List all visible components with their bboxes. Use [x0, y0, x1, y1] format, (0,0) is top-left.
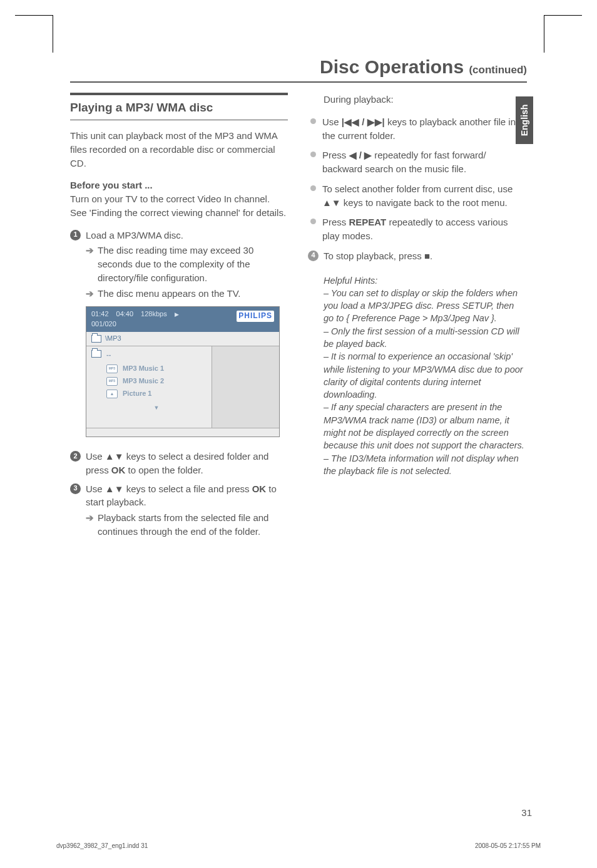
- step-badge-4: 4: [308, 251, 319, 261]
- step-badge-2: 2: [70, 451, 81, 462]
- footer-filename: dvp3962_3982_37_eng1.indd 31: [56, 842, 148, 849]
- step-1: 1 Load a MP3/WMA disc. ➔The disc reading…: [70, 229, 288, 301]
- arrow-icon: ➔: [86, 511, 94, 525]
- step1-result-b: The disc menu appears on the TV.: [98, 287, 240, 301]
- language-tab: English: [516, 96, 533, 144]
- placeholder-row: --: [106, 350, 207, 360]
- list-item: MP3MP3 Music 1: [106, 363, 207, 375]
- mp3-file-icon: MP3: [106, 377, 118, 386]
- crop-mark: [544, 15, 582, 16]
- left-right-keys-icon: ◀ / ▶: [349, 150, 372, 160]
- shot-kbps: 128kbps: [141, 309, 167, 319]
- mp3-file-icon: MP3: [106, 364, 118, 373]
- shot-path: \MP3: [105, 334, 121, 344]
- shot-footer-bar: [86, 428, 279, 437]
- brand-logo: PHILIPS: [237, 311, 274, 321]
- right-column: During playback: Use |◀◀ / ▶▶| keys to p…: [308, 93, 526, 544]
- bullet-item: Press REPEAT repeatedly to access variou…: [308, 215, 526, 243]
- shot-time2: 04:40: [116, 309, 134, 319]
- hints-title: Helpful Hints:: [324, 274, 526, 287]
- section-title: Playing a MP3/ WMA disc: [70, 97, 288, 118]
- step1-result-a: The disc reading time may exceed 30 seco…: [98, 244, 288, 284]
- page-number: 31: [521, 807, 532, 818]
- bullet-icon: [310, 219, 316, 224]
- helpful-hints: Helpful Hints: – You can set to display …: [308, 274, 526, 478]
- hint-4: – If any special characters are present …: [324, 401, 526, 452]
- hint-5: – The ID3/Meta information will not disp…: [324, 452, 526, 478]
- folder-icon: [91, 350, 101, 358]
- step-4: 4 To stop playback, press ■.: [308, 249, 526, 263]
- before-block: Before you start ... Turn on your TV to …: [70, 178, 288, 219]
- list-item: MP3MP3 Music 2: [106, 375, 207, 388]
- file-list: -- MP3MP3 Music 1 MP3MP3 Music 2 Picture…: [86, 346, 212, 428]
- arrow-icon: ➔: [86, 244, 94, 257]
- bullet-icon: [310, 152, 316, 157]
- tv-screenshot: 01:42 04:40 128kbps ▶ 001/020 PHILIPS \M…: [86, 306, 280, 437]
- page-title: Disc Operations (continued): [70, 56, 527, 83]
- crop-mark: [544, 15, 544, 53]
- hint-3: – It is normal to experience an occasion…: [324, 350, 526, 401]
- step-badge-3: 3: [70, 483, 81, 494]
- before-label: Before you start ...: [70, 180, 153, 190]
- chevron-down-icon: ▼: [106, 404, 207, 412]
- preview-pane: [212, 346, 279, 428]
- bullet-item: To select another folder from current di…: [308, 182, 526, 210]
- step-2: 2 Use ▲▼ keys to select a desired folder…: [70, 450, 288, 477]
- step-3: 3 Use ▲▼ keys to select a file and press…: [70, 482, 288, 539]
- crop-mark: [53, 15, 53, 53]
- footer-timestamp: 2008-05-05 2:17:55 PM: [475, 842, 541, 849]
- shot-header: 01:42 04:40 128kbps ▶ 001/020 PHILIPS: [86, 307, 279, 332]
- crop-mark: [15, 15, 53, 16]
- intro-text: This unit can playback most of the MP3 a…: [70, 129, 288, 170]
- play-icon: ▶: [175, 311, 179, 319]
- hint-1: – You can set to display or skip the fol…: [324, 287, 526, 325]
- prev-next-keys-icon: |◀◀ / ▶▶|: [342, 116, 385, 127]
- step1-text: Load a MP3/WMA disc.: [86, 230, 183, 240]
- bullet-icon: [310, 118, 316, 124]
- up-down-keys-icon: ▲▼: [105, 451, 124, 462]
- arrow-icon: ➔: [86, 287, 94, 301]
- left-column: Playing a MP3/ WMA disc This unit can pl…: [70, 93, 288, 544]
- shot-time1: 01:42: [91, 309, 109, 319]
- before-text: Turn on your TV to the correct Video In …: [70, 194, 286, 218]
- stop-icon: ■: [424, 251, 430, 261]
- page-content: Disc Operations (continued) English Play…: [70, 56, 527, 544]
- step-badge-1: 1: [70, 230, 81, 240]
- title-continued: (continued): [469, 64, 527, 76]
- bullet-item: Press ◀ / ▶ repeatedly for fast forward/…: [308, 148, 526, 176]
- bullet-item: Use |◀◀ / ▶▶| keys to playback another f…: [308, 115, 526, 143]
- hint-2: – Only the first session of a multi-sess…: [324, 325, 526, 351]
- title-main: Disc Operations: [320, 56, 469, 77]
- step3-result: Playback starts from the selected file a…: [98, 511, 288, 539]
- shot-path-bar: \MP3: [86, 332, 279, 346]
- picture-file-icon: [106, 390, 118, 398]
- bullet-icon: [310, 185, 316, 191]
- up-down-keys-icon: ▲▼: [105, 483, 124, 494]
- section-heading: Playing a MP3/ WMA disc: [70, 93, 288, 120]
- folder-icon: [91, 335, 101, 343]
- list-item: Picture 1: [106, 388, 207, 400]
- up-down-keys-icon: ▲▼: [322, 197, 341, 208]
- during-playback-label: During playback:: [308, 93, 526, 106]
